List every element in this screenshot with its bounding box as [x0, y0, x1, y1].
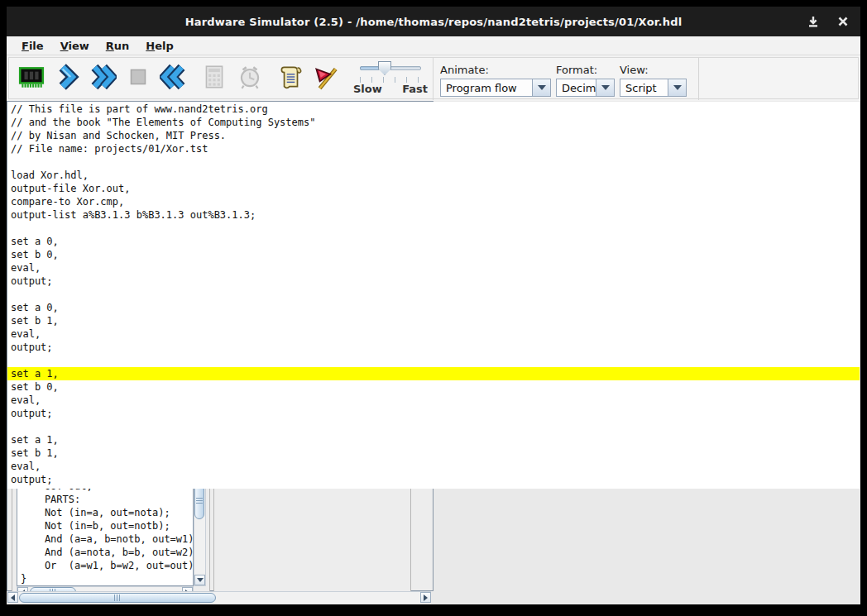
- script-line[interactable]: output;: [7, 407, 860, 420]
- scroll-left-button[interactable]: [7, 592, 18, 603]
- menu-file[interactable]: File: [13, 38, 52, 54]
- script-line[interactable]: output;: [7, 473, 860, 486]
- script-line[interactable]: set a 0,: [7, 301, 860, 314]
- scroll-right-button[interactable]: [420, 592, 431, 603]
- reset-button[interactable]: [157, 60, 190, 98]
- hdl-code-line: }: [21, 572, 193, 585]
- view-script-button[interactable]: [274, 60, 307, 98]
- load-chip-button[interactable]: [15, 60, 48, 98]
- scroll-down-button[interactable]: [194, 575, 205, 585]
- script-line[interactable]: load Xor.hdl,: [7, 169, 860, 182]
- run-button[interactable]: [86, 60, 119, 98]
- breakpoints-button[interactable]: [309, 60, 342, 98]
- script-line[interactable]: set b 1,: [7, 446, 860, 460]
- speed-slider[interactable]: Slow Fast: [353, 58, 428, 99]
- toolbar-buttons: [9, 58, 342, 98]
- horizontal-scroll-thumb[interactable]: [19, 593, 216, 603]
- script-line[interactable]: [7, 288, 860, 301]
- stop-button: [122, 60, 155, 98]
- minimize-icon: [807, 16, 819, 27]
- hdl-code-line: And (a=a, b=notb, out=w1);: [21, 532, 193, 546]
- format-label: Format:: [556, 64, 615, 76]
- window-controls: [804, 7, 852, 36]
- script-line-current[interactable]: set a 1,: [7, 367, 860, 380]
- chip-icon: [17, 63, 46, 94]
- stop-icon: [124, 63, 152, 94]
- view-combo-group: View: Script: [620, 64, 687, 97]
- chevron-down-icon[interactable]: [668, 79, 686, 96]
- menu-run[interactable]: Run: [98, 38, 138, 54]
- script-horizontal-scrollbar[interactable]: [7, 591, 431, 604]
- script-line[interactable]: [7, 222, 860, 235]
- close-button[interactable]: [834, 12, 852, 31]
- animate-combo-group: Animate: Program flow: [440, 64, 551, 97]
- animate-label: Animate:: [440, 64, 551, 76]
- window-title: Hardware Simulator (2.5) - /home/thomas/…: [185, 16, 683, 28]
- view-select[interactable]: Script: [620, 79, 687, 97]
- script-line[interactable]: // This file is part of www.nand2tetris.…: [7, 103, 860, 116]
- view-value: Script: [620, 79, 668, 96]
- script-line[interactable]: output;: [7, 341, 860, 354]
- toolbar-inner: Slow Fast Animate: Program flow Format: …: [8, 57, 859, 99]
- script-line[interactable]: eval,: [7, 327, 860, 341]
- hdl-code-line: Not (in=b, out=notb);: [21, 519, 193, 532]
- rewind-icon: [160, 63, 188, 94]
- title-bar[interactable]: Hardware Simulator (2.5) - /home/thomas/…: [7, 7, 860, 36]
- script-line[interactable]: // and the book "The Elements of Computi…: [7, 116, 860, 129]
- clock-button: [233, 60, 266, 98]
- script-line[interactable]: set b 0,: [7, 380, 860, 394]
- format-value: Decimal: [557, 79, 596, 96]
- script-line[interactable]: set a 1,: [7, 433, 860, 446]
- menu-view[interactable]: View: [52, 38, 98, 54]
- script-line[interactable]: // by Nisan and Schocken, MIT Press.: [7, 129, 860, 142]
- animate-value: Program flow: [441, 79, 532, 96]
- view-label: View:: [620, 64, 687, 76]
- script-line[interactable]: output-file Xor.out,: [7, 182, 860, 195]
- eval-button: [198, 60, 231, 98]
- single-step-button[interactable]: [50, 60, 84, 98]
- script-line[interactable]: eval,: [7, 394, 860, 407]
- combo-panel: Animate: Program flow Format: Decimal Vi…: [433, 58, 699, 100]
- slider-fast-label: Fast: [402, 83, 428, 95]
- hardware-simulator-window: Hardware Simulator (2.5) - /home/thomas/…: [0, 0, 867, 616]
- chevron-down-icon[interactable]: [532, 79, 550, 96]
- close-icon: [838, 17, 848, 26]
- script-line[interactable]: set a 0,: [7, 235, 860, 248]
- menu-bar: FileViewRunHelp: [7, 36, 860, 55]
- script-line[interactable]: output;: [7, 275, 860, 288]
- slider-ticks: [360, 77, 421, 83]
- menu-help[interactable]: Help: [137, 38, 181, 54]
- script-line[interactable]: [7, 155, 860, 169]
- chevron-down-icon[interactable]: [596, 79, 614, 96]
- script-view[interactable]: // This file is part of www.nand2tetris.…: [7, 102, 860, 489]
- script-line[interactable]: compare-to Xor.cmp,: [7, 195, 860, 208]
- slider-thumb[interactable]: [378, 61, 391, 75]
- toolbar: Slow Fast Animate: Program flow Format: …: [7, 55, 860, 101]
- script-line[interactable]: set b 1,: [7, 314, 860, 327]
- flag-icon: [312, 63, 340, 94]
- script-line[interactable]: eval,: [7, 460, 860, 473]
- calculator-icon: [200, 63, 228, 94]
- step-icon: [53, 63, 81, 94]
- format-combo-group: Format: Decimal: [556, 64, 615, 97]
- scroll-icon: [276, 63, 304, 94]
- script-line[interactable]: // File name: projects/01/Xor.tst: [7, 142, 860, 155]
- script-line[interactable]: [7, 420, 860, 433]
- script-line[interactable]: [7, 354, 860, 367]
- content-area: Chip Name : Xor Time : 0 Input pins Name…: [7, 101, 860, 604]
- minimize-button[interactable]: [804, 12, 822, 31]
- animate-select[interactable]: Program flow: [440, 79, 551, 97]
- hdl-code-line: Not (in=a, out=nota);: [21, 506, 193, 519]
- fast-forward-icon: [89, 63, 117, 94]
- hdl-code-line: And (a=nota, b=b, out=w2);: [21, 546, 193, 559]
- clock-icon: [236, 63, 264, 94]
- format-select[interactable]: Decimal: [556, 79, 615, 97]
- script-line[interactable]: output-list a%B3.1.3 b%B3.1.3 out%B3.1.3…: [7, 208, 860, 222]
- hdl-code-line: PARTS:: [21, 493, 193, 506]
- script-line[interactable]: set b 0,: [7, 248, 860, 261]
- script-line[interactable]: eval,: [7, 261, 860, 275]
- hdl-code-line: Or (a=w1, b=w2, out=out);: [21, 559, 193, 572]
- slider-slow-label: Slow: [353, 83, 382, 95]
